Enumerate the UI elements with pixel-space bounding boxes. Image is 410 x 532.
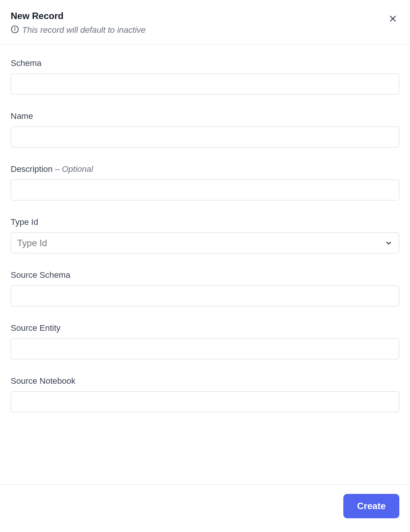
type-id-select-wrapper: [11, 232, 399, 253]
info-icon: [11, 25, 19, 35]
field-group-source-entity: Source Entity: [11, 323, 399, 359]
description-input[interactable]: [11, 179, 399, 200]
name-input[interactable]: [11, 127, 399, 147]
field-group-schema: Schema: [11, 58, 399, 95]
source-schema-label: Source Schema: [11, 270, 399, 280]
source-notebook-label: Source Notebook: [11, 376, 399, 386]
dialog-header: New Record This record will default to i…: [0, 0, 410, 45]
source-schema-input[interactable]: [11, 285, 399, 306]
type-id-label: Type Id: [11, 217, 399, 227]
field-group-description: Description – Optional: [11, 164, 399, 200]
svg-point-2: [15, 27, 15, 28]
dialog-footer: Create: [0, 484, 410, 532]
subtitle-row: This record will default to inactive: [11, 25, 399, 35]
field-group-source-schema: Source Schema: [11, 270, 399, 306]
field-group-name: Name: [11, 111, 399, 147]
type-id-select[interactable]: [11, 232, 399, 253]
field-group-type-id: Type Id: [11, 217, 399, 253]
schema-label: Schema: [11, 58, 399, 68]
create-button[interactable]: Create: [343, 494, 399, 518]
name-label: Name: [11, 111, 399, 121]
field-group-source-notebook: Source Notebook: [11, 376, 399, 412]
close-icon: [389, 14, 397, 24]
description-label: Description – Optional: [11, 164, 399, 174]
source-entity-input[interactable]: [11, 338, 399, 359]
form-content: Schema Name Description – Optional Type …: [0, 45, 410, 484]
schema-input[interactable]: [11, 74, 399, 95]
dialog-subtitle: This record will default to inactive: [22, 25, 146, 35]
source-entity-label: Source Entity: [11, 323, 399, 333]
close-button[interactable]: [386, 12, 399, 26]
description-label-text: Description: [11, 164, 53, 174]
dialog-title: New Record: [11, 11, 399, 21]
source-notebook-input[interactable]: [11, 391, 399, 412]
description-optional-text: – Optional: [53, 164, 93, 174]
